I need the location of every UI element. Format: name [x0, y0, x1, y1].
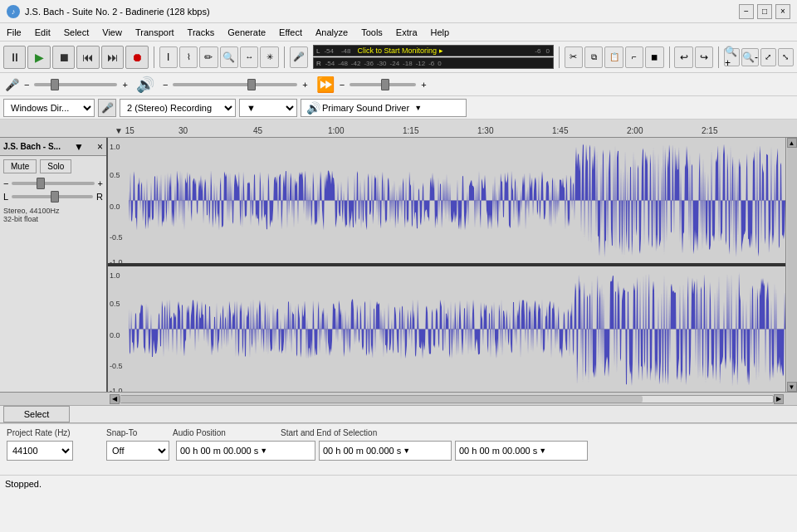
track-area: J.S. Bach - S... ▼ × Mute Solo − + L — [0, 138, 797, 392]
scroll-left-arrow[interactable]: ◀ — [110, 394, 120, 404]
undo-button[interactable]: ↩ — [674, 46, 692, 68]
mic-toggle-button[interactable]: 🎤 — [98, 99, 116, 117]
silence-button[interactable]: ◼ — [645, 46, 663, 68]
sel-start-field[interactable]: 00 h 00 m 00.000 s ▼ — [319, 441, 452, 461]
project-rate-label-cell: Project Rate (Hz) — [7, 427, 106, 437]
select-button[interactable]: Select — [3, 406, 70, 422]
record-level-button[interactable]: 🎤 — [290, 46, 308, 68]
menu-tracks[interactable]: Tracks — [181, 26, 222, 39]
copy-button[interactable]: ⧉ — [584, 46, 603, 68]
menu-select[interactable]: Select — [57, 26, 96, 39]
menu-help[interactable]: Help — [424, 26, 457, 39]
speed-thumb[interactable] — [381, 79, 389, 90]
project-rate-select[interactable]: 44100 — [7, 441, 73, 461]
status-bar: Stopped. — [0, 475, 797, 491]
zoom-fit-button[interactable]: ⤡ — [778, 48, 794, 66]
audio-position-field[interactable]: 00 h 00 m 00.000 s ▼ — [176, 441, 315, 461]
prev-button[interactable]: ⏮ — [76, 46, 99, 69]
gain-minus: − — [3, 178, 8, 188]
paste-button[interactable]: 📋 — [604, 46, 623, 68]
sel-end-field[interactable]: 00 h 00 m 00.000 s ▼ — [455, 441, 588, 461]
zoom-sel-button[interactable]: ⤢ — [760, 48, 776, 66]
output-device-select[interactable]: ▼ — [239, 99, 297, 117]
channels-select[interactable]: 2 (Stereo) Recording — [120, 99, 236, 117]
mute-solo-row: Mute Solo — [0, 156, 106, 177]
track-controls: J.S. Bach - S... ▼ × Mute Solo − + L — [0, 138, 108, 392]
input-volume-thumb[interactable] — [51, 79, 59, 90]
solo-button[interactable]: Solo — [40, 159, 71, 173]
snap-to-select[interactable]: Off — [106, 441, 169, 461]
vu-meters: L -54 -48 Click to Start Monitoring ▸ -6… — [313, 45, 554, 69]
play-button[interactable]: ▶ — [27, 46, 50, 69]
title-bar: ♪ J.S. Bach - Suite No. 2 - Badinerie (1… — [0, 0, 797, 23]
menu-transport[interactable]: Transport — [129, 26, 181, 39]
output-volume-slider[interactable] — [173, 83, 297, 86]
output-volume-thumb[interactable] — [247, 79, 256, 90]
h-scroll-track[interactable] — [120, 395, 774, 403]
pan-slider[interactable] — [12, 195, 93, 198]
menu-generate[interactable]: Generate — [221, 26, 272, 39]
stop-button[interactable]: ⏹ — [52, 46, 75, 69]
input-device-select[interactable]: Windows Dir... — [3, 99, 95, 117]
click-to-monitor[interactable]: Click to Start Monitoring ▸ — [353, 46, 448, 55]
record-button[interactable]: ⏺ — [125, 46, 148, 69]
selection-label: Start and End of Selection — [281, 428, 377, 437]
scroll-right-arrow[interactable]: ▶ — [774, 394, 784, 404]
tick-145: 1:45 — [552, 126, 568, 135]
tick-30: 30 — [178, 126, 188, 135]
output-dropdown-arrow[interactable]: ▼ — [414, 104, 422, 112]
next-button[interactable]: ⏭ — [101, 46, 124, 69]
zoom-out-button[interactable]: 🔍- — [741, 48, 759, 66]
menu-edit[interactable]: Edit — [28, 26, 57, 39]
menu-extra[interactable]: Extra — [389, 26, 424, 39]
pan-thumb[interactable] — [51, 191, 59, 203]
menu-tools[interactable]: Tools — [354, 26, 389, 39]
draw-tool[interactable]: ✏ — [199, 46, 218, 68]
sel-start-value: 00 h 00 m 00.000 s — [323, 446, 401, 456]
audio-pos-arrow[interactable]: ▼ — [260, 447, 267, 455]
speed-slider[interactable] — [350, 83, 416, 86]
sel-start-arrow[interactable]: ▼ — [403, 447, 410, 455]
scroll-up-arrow[interactable]: ▲ — [787, 138, 797, 148]
select-tool[interactable]: I — [159, 46, 178, 68]
primary-sound-driver-label: Primary Sound Driver — [322, 103, 409, 113]
multi-tool[interactable]: ✳ — [260, 46, 278, 68]
menu-effect[interactable]: Effect — [272, 26, 309, 39]
status-text: Stopped. — [5, 479, 42, 489]
menu-analyze[interactable]: Analyze — [309, 26, 354, 39]
speed-icon: ⏩ — [316, 76, 335, 94]
gain-slider[interactable] — [12, 182, 94, 185]
close-button[interactable]: × — [775, 4, 790, 19]
scroll-down-arrow[interactable]: ▼ — [787, 382, 797, 392]
menu-view[interactable]: View — [95, 26, 129, 39]
zoom-in-button[interactable]: 🔍+ — [724, 48, 740, 66]
bc-labels-row: Project Rate (Hz) Snap-To Audio Position… — [7, 427, 790, 437]
cut-button[interactable]: ✂ — [565, 46, 583, 68]
sep2 — [284, 46, 285, 68]
input-volume-slider[interactable] — [34, 83, 117, 86]
vertical-scrollbar[interactable]: ▲ ▼ — [785, 138, 797, 392]
redo-button[interactable]: ↪ — [695, 46, 713, 68]
track-info-stereo: Stereo, 44100Hz — [3, 207, 103, 215]
minimize-button[interactable]: − — [739, 4, 754, 19]
sep4 — [669, 46, 670, 68]
mute-button[interactable]: Mute — [3, 159, 37, 173]
trim-button[interactable]: ⌐ — [625, 46, 643, 68]
track-menu-icon[interactable]: ▼ — [74, 141, 84, 153]
time-shift-tool[interactable]: ↔ — [240, 46, 258, 68]
h-scroll-thumb[interactable] — [120, 396, 643, 403]
maximize-button[interactable]: □ — [757, 4, 772, 19]
track-close-icon[interactable]: × — [97, 141, 103, 153]
gain-row: − + — [0, 177, 106, 190]
tick-215: 2:15 — [702, 126, 717, 135]
pause-button[interactable]: ⏸ — [3, 46, 26, 69]
spk-min-label: − — [163, 80, 168, 90]
waveform-canvas[interactable] — [108, 138, 785, 392]
envelope-tool[interactable]: ⌇ — [179, 46, 198, 68]
gain-thumb[interactable] — [37, 178, 45, 189]
audio-pos-label-cell: Audio Position — [173, 427, 281, 437]
menu-file[interactable]: File — [0, 26, 28, 39]
zoom-in-tool[interactable]: 🔍 — [220, 46, 238, 68]
sel-end-arrow[interactable]: ▼ — [539, 447, 546, 455]
menu-bar: File Edit Select View Transport Tracks G… — [0, 23, 797, 41]
